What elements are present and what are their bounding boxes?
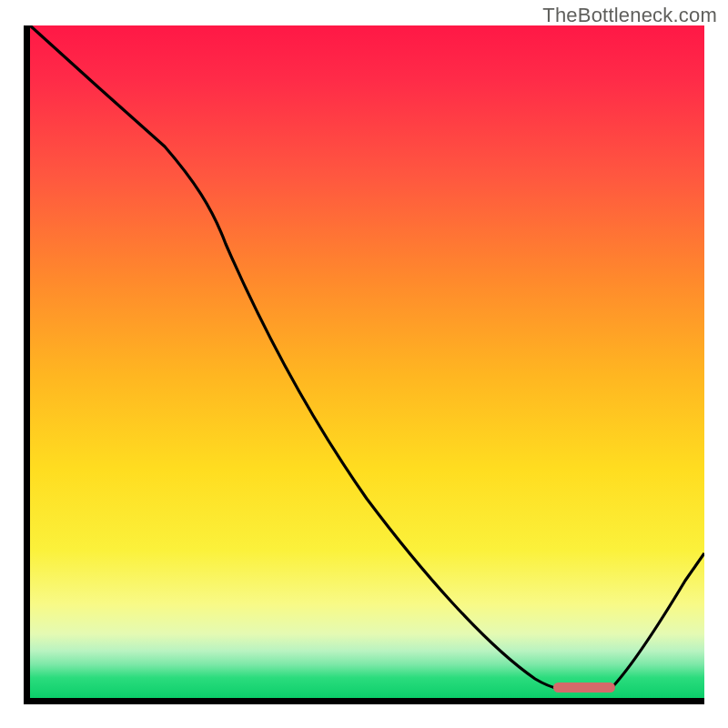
- chart-container: TheBottleneck.com: [0, 0, 728, 728]
- watermark-text: TheBottleneck.com: [542, 4, 717, 27]
- bottleneck-curve-line: [30, 25, 704, 691]
- chart-overlay: [30, 25, 704, 698]
- optimum-marker: [553, 682, 615, 693]
- plot-area: [24, 25, 704, 704]
